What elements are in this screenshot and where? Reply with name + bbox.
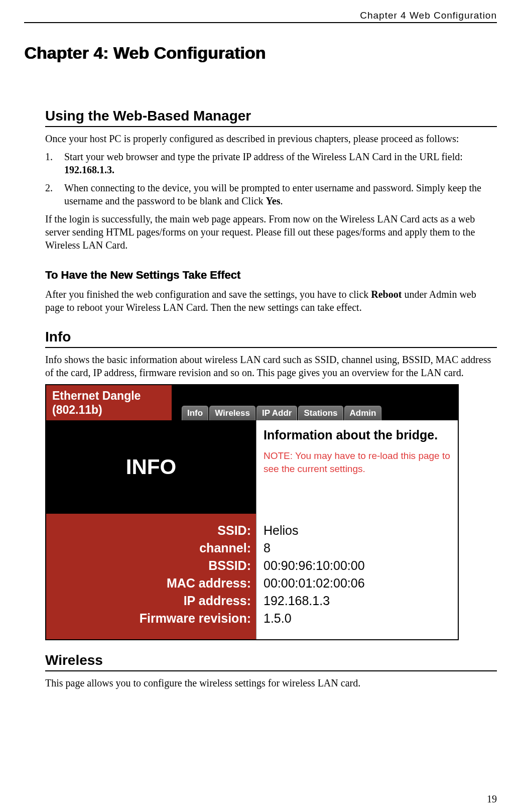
- post-steps-paragraph: If the login is successfully, the main w…: [45, 212, 497, 252]
- steps-list: Start your web browser and type the priv…: [45, 150, 497, 207]
- info-paragraph: Info shows the basic information about w…: [45, 353, 497, 379]
- device-title-line1: Ethernet Dangle: [52, 389, 166, 403]
- value-bssid: 00:90:96:10:00:00: [264, 557, 453, 574]
- step-1: Start your web browser and type the priv…: [45, 150, 497, 176]
- device-title-line2: (802.11b): [52, 403, 166, 417]
- label-firmware: Firmware revision:: [51, 610, 251, 627]
- tab-bar: Info Wireless IP Addr Stations Admin: [172, 385, 458, 420]
- section-take-effect: To Have the New Settings Take Effect: [45, 269, 497, 282]
- tab-admin[interactable]: Admin: [344, 406, 382, 420]
- tab-ip-addr[interactable]: IP Addr: [256, 406, 298, 420]
- label-mac: MAC address:: [51, 574, 251, 592]
- value-firmware: 1.5.0: [264, 610, 453, 627]
- info-note: NOTE: You may have to re-load this page …: [264, 449, 451, 475]
- info-desc-title: Information about the bridge.: [264, 427, 451, 442]
- value-ip: 192.168.1.3: [264, 592, 453, 610]
- label-ssid: SSID:: [51, 522, 251, 539]
- take-effect-a: After you finished the web configuration…: [45, 289, 371, 300]
- tab-stations[interactable]: Stations: [298, 406, 343, 420]
- running-header: Chapter 4 Web Configuration: [24, 10, 497, 23]
- info-screenshot: Ethernet Dangle (802.11b) Info Wireless …: [45, 384, 459, 640]
- section-using-web-manager: Using the Web-Based Manager: [45, 108, 497, 127]
- wireless-paragraph: This page allows you to configure the wi…: [45, 676, 497, 689]
- section-wireless: Wireless: [45, 652, 497, 671]
- step-2: When connecting to the device, you will …: [45, 181, 497, 207]
- take-effect-paragraph: After you finished the web configuration…: [45, 288, 497, 314]
- info-field-labels: SSID: channel: BSSID: MAC address: IP ad…: [46, 514, 256, 639]
- label-ip: IP address:: [51, 592, 251, 610]
- page-number: 19: [487, 793, 497, 805]
- tab-info[interactable]: Info: [182, 406, 208, 420]
- label-channel: channel:: [51, 539, 251, 557]
- take-effect-reboot: Reboot: [371, 289, 402, 300]
- value-mac: 00:00:01:02:00:06: [264, 574, 453, 592]
- info-field-values: Helios 8 00:90:96:10:00:00 00:00:01:02:0…: [256, 514, 458, 639]
- step-2-text-c: .: [280, 195, 283, 206]
- info-big-label: INFO: [46, 420, 256, 514]
- label-bssid: BSSID:: [51, 557, 251, 574]
- step-1-text: Start your web browser and type the priv…: [64, 151, 463, 162]
- step-2-yes: Yes: [266, 195, 281, 206]
- step-1-ip: 192.168.1.3.: [64, 164, 114, 175]
- value-ssid: Helios: [264, 522, 453, 539]
- device-title: Ethernet Dangle (802.11b): [46, 385, 172, 420]
- tab-wireless[interactable]: Wireless: [209, 406, 255, 420]
- section-info: Info: [45, 329, 497, 348]
- info-description: Information about the bridge. NOTE: You …: [256, 420, 458, 514]
- chapter-title: Chapter 4: Web Configuration: [24, 43, 497, 63]
- value-channel: 8: [264, 539, 453, 557]
- intro-paragraph: Once your host PC is properly configured…: [45, 132, 497, 145]
